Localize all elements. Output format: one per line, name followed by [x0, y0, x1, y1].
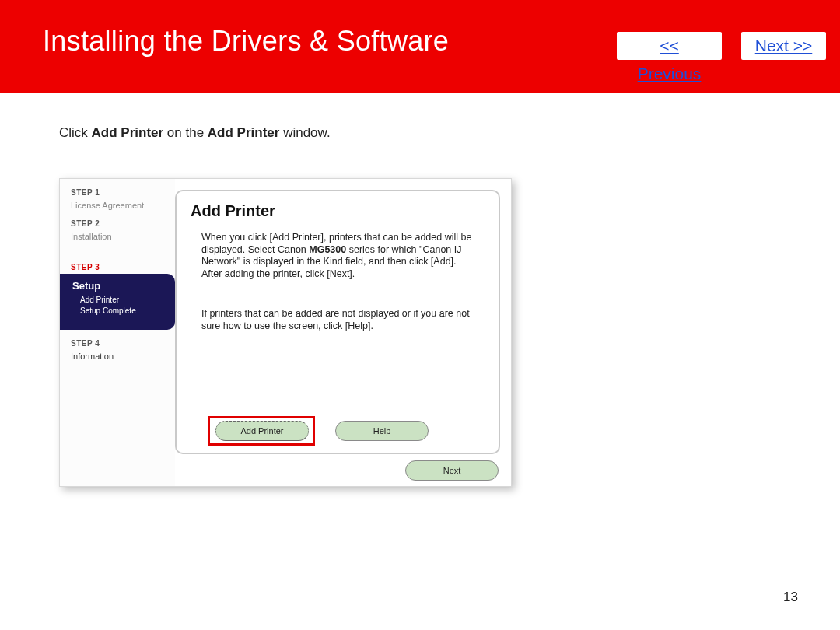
- instruction-pre: Click: [59, 125, 92, 140]
- instruction-post: window.: [279, 125, 330, 140]
- sidebar-step4-label: STEP 4: [71, 339, 100, 348]
- sidebar-step3-title: Setup: [72, 280, 100, 292]
- wizard-paragraph2: If printers that can be added are not di…: [201, 308, 478, 332]
- instruction-mid: on the: [163, 125, 208, 140]
- sidebar-step4-item: Information: [71, 352, 114, 361]
- sidebar-step1-item: License Agreement: [71, 201, 144, 210]
- sidebar-step3-label: STEP 3: [71, 263, 100, 271]
- page-number: 13: [783, 590, 798, 605]
- sidebar-step3-sub1: Add Printer: [80, 296, 119, 304]
- instruction-bold1: Add Printer: [92, 125, 164, 140]
- add-printer-button[interactable]: Add Printer: [215, 421, 309, 441]
- wizard-window: STEP 1 License Agreement STEP 2 Installa…: [59, 178, 512, 487]
- sidebar-step2-label: STEP 2: [71, 219, 100, 228]
- instruction-bold2: Add Printer: [208, 125, 280, 140]
- header-bar: Installing the Drivers & Software << Pre…: [0, 0, 840, 93]
- instruction-text: Click Add Printer on the Add Printer win…: [59, 125, 331, 141]
- wizard-main-panel: Add Printer When you click [Add Printer]…: [175, 190, 500, 454]
- wizard-p1-bold: MG5300: [309, 244, 346, 255]
- sidebar-active-step: Setup Add Printer Setup Complete: [60, 274, 175, 330]
- wizard-sidebar: STEP 1 License Agreement STEP 2 Installa…: [60, 179, 175, 486]
- next-button[interactable]: Next >>: [741, 32, 826, 60]
- help-button[interactable]: Help: [335, 421, 429, 441]
- sidebar-step3-sub2: Setup Complete: [80, 306, 136, 315]
- previous-button[interactable]: << Previous: [617, 32, 722, 60]
- sidebar-step2-item: Installation: [71, 232, 112, 241]
- wizard-heading: Add Printer: [191, 202, 275, 220]
- wizard-paragraph1: When you click [Add Printer], printers t…: [201, 232, 478, 281]
- page-title: Installing the Drivers & Software: [43, 25, 449, 58]
- sidebar-step1-label: STEP 1: [71, 188, 100, 197]
- wizard-next-button[interactable]: Next: [405, 460, 499, 481]
